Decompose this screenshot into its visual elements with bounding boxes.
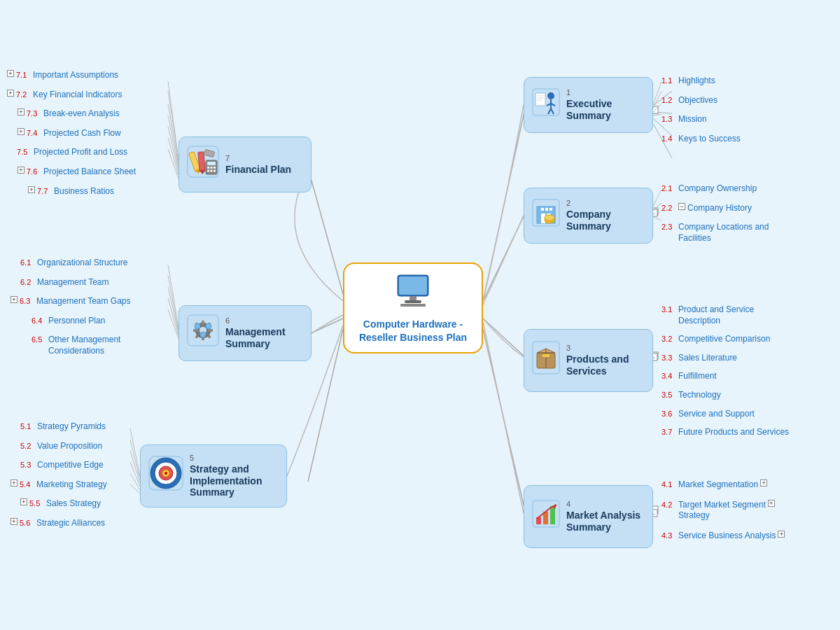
svg-line-4	[308, 168, 343, 294]
svg-line-115	[130, 473, 140, 490]
sub-5-6[interactable]: + 5.6 Strategic Alliances	[10, 518, 107, 529]
svg-rect-71	[193, 329, 197, 332]
sub-7-5[interactable]: 7.5 Projected Profit and Loss	[7, 147, 136, 158]
sub-2-1[interactable]: 2.1 Company Ownership	[662, 183, 769, 195]
svg-line-99	[168, 81, 178, 160]
central-label: Computer Hardware - Reseller Business Pl…	[351, 318, 475, 343]
products-num: 3	[566, 344, 629, 352]
sub-3-2[interactable]: 3.2 Competitive Comparison	[662, 334, 789, 345]
svg-rect-36	[545, 208, 548, 211]
sub-3-1[interactable]: 3.1 Product and ServiceDescription	[662, 304, 789, 326]
sub-7-4[interactable]: + 7.4 Projected Cash Flow	[7, 128, 136, 139]
sub-7-3[interactable]: + 7.3 Break-even Analysis	[7, 108, 136, 120]
market-analysis-node[interactable]: 4 Market AnalysisSummary	[524, 485, 653, 548]
market-label: Market AnalysisSummary	[566, 510, 640, 533]
executive-label: Executive Summary	[566, 98, 645, 122]
sub-6-4[interactable]: 6.4 Personnel Plan	[10, 316, 131, 327]
svg-line-88	[653, 104, 662, 112]
sub-6-2[interactable]: 6.2 Management Team	[10, 277, 131, 288]
svg-rect-18	[405, 300, 421, 303]
management-subitems: 6.1 Organizational Structure 6.2 Managem…	[10, 258, 131, 361]
sub-3-7[interactable]: 3.7 Future Products and Services	[662, 427, 789, 438]
svg-rect-35	[541, 208, 544, 211]
executive-summary-node[interactable]: 1 Executive Summary	[524, 77, 653, 133]
svg-line-102	[168, 115, 178, 168]
svg-line-109	[168, 298, 178, 336]
sub-4-2[interactable]: 4.2 Target Market SegmentStrategy +	[662, 500, 787, 522]
sub-4-3[interactable]: 4.3 Service Business Analysis +	[662, 531, 787, 542]
sub-3-6[interactable]: 3.6 Service and Support	[662, 409, 789, 420]
central-node[interactable]: Computer Hardware - Reseller Business Pl…	[343, 262, 483, 354]
management-summary-node[interactable]: 6 ManagementSummary	[178, 305, 312, 361]
sub-2-3[interactable]: 2.3 Company Locations andFacilities	[662, 222, 769, 244]
sub-7-6[interactable]: + 7.6 Projected Balance Sheet	[7, 167, 136, 178]
management-num: 6	[225, 316, 286, 325]
products-icon	[531, 340, 561, 381]
svg-line-111	[130, 428, 140, 476]
sub-3-3[interactable]: 3.3 Sales Literature	[662, 353, 789, 364]
svg-line-105	[168, 149, 178, 178]
sub-1-2[interactable]: 1.2 Objectives	[662, 95, 741, 106]
svg-line-110	[168, 309, 178, 339]
sub-3-4[interactable]: 3.4 Fulfillment	[662, 371, 789, 382]
company-subitems: 2.1 Company Ownership 2.2 − Company Hist…	[662, 183, 769, 248]
sub-7-7[interactable]: + 7.7 Business Ratios	[7, 186, 136, 197]
sub-1-3[interactable]: 1.3 Mission	[662, 114, 741, 125]
svg-line-116	[130, 484, 140, 493]
svg-line-0	[483, 108, 525, 301]
sub-5-1[interactable]: 5.1 Strategy Pyramids	[10, 421, 107, 433]
svg-rect-65	[214, 170, 216, 172]
products-services-node[interactable]: 3 Products andServices	[524, 329, 653, 392]
svg-rect-72	[209, 329, 213, 332]
financial-plan-node[interactable]: 7 Financial Plan	[178, 136, 312, 192]
sub-6-5[interactable]: 6.5 Other ManagementConsiderations	[10, 335, 131, 356]
svg-rect-60	[207, 167, 209, 169]
strategy-num: 5	[190, 454, 262, 462]
sub-4-1[interactable]: 4.1 Market Segmentation +	[662, 479, 787, 491]
svg-line-106	[168, 265, 178, 328]
sub-1-1[interactable]: 1.1 Highlights	[662, 76, 741, 87]
svg-point-85	[164, 472, 167, 475]
executive-num: 1	[566, 88, 645, 97]
svg-line-89	[653, 114, 662, 115]
strategy-node[interactable]: 5 Strategy andImplementationSummary	[140, 444, 287, 507]
sub-6-3[interactable]: + 6.3 Management Team Gaps	[10, 296, 131, 307]
sub-5-3[interactable]: 5.3 Competitive Edge	[10, 460, 107, 471]
sub-6-1[interactable]: 6.1 Organizational Structure	[10, 258, 131, 269]
svg-rect-50	[550, 506, 555, 524]
management-label: ManagementSummary	[225, 326, 286, 350]
company-label: Company Summary	[566, 209, 645, 232]
svg-line-100	[168, 91, 178, 161]
svg-line-101	[168, 104, 178, 164]
svg-line-108	[168, 287, 178, 333]
sub-5-5[interactable]: + 5.5 Sales Strategy	[10, 498, 107, 510]
products-label: Products andServices	[566, 354, 629, 377]
company-summary-node[interactable]: 2 Company Summary	[524, 188, 653, 244]
svg-line-114	[130, 462, 140, 486]
financial-subitems: + 7.1 Important Assumptions + 7.2 Key Fi…	[7, 70, 136, 201]
financial-icon	[186, 145, 220, 184]
strategy-label: Strategy andImplementationSummary	[190, 463, 262, 498]
sub-2-2[interactable]: 2.2 − Company History	[662, 203, 769, 214]
management-icon	[186, 314, 220, 353]
sub-5-4[interactable]: + 5.4 Marketing Strategy	[10, 479, 107, 491]
sub-7-1[interactable]: + 7.1 Important Assumptions	[7, 70, 136, 81]
strategy-icon	[148, 455, 184, 497]
svg-point-79	[200, 332, 206, 337]
svg-point-21	[547, 92, 554, 99]
svg-rect-27	[536, 93, 545, 106]
svg-line-87	[653, 91, 662, 108]
sub-3-5[interactable]: 3.5 Technology	[662, 390, 789, 401]
financial-label: Financial Plan	[225, 164, 291, 176]
strategy-subitems: 5.1 Strategy Pyramids 5.2 Value Proposit…	[10, 421, 107, 533]
svg-rect-19	[400, 304, 426, 307]
svg-rect-62	[214, 167, 216, 169]
sub-7-2[interactable]: + 7.2 Key Financial Indicators	[7, 90, 136, 101]
svg-line-112	[130, 440, 140, 479]
executive-icon	[531, 88, 561, 122]
sub-1-4[interactable]: 1.4 Keys to Success	[662, 134, 741, 145]
svg-line-86	[653, 81, 662, 105]
svg-line-103	[168, 127, 178, 172]
svg-rect-16	[399, 276, 427, 295]
sub-5-2[interactable]: 5.2 Value Proposition	[10, 441, 107, 452]
